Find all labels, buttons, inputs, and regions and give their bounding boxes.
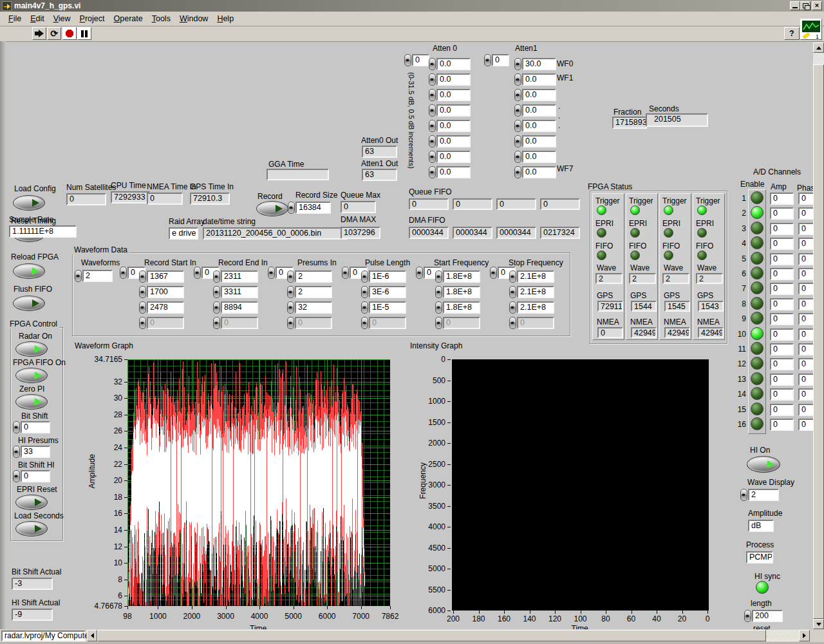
atten1-value-field-4[interactable]: 0.0: [522, 120, 556, 132]
reload-fpga-button[interactable]: [13, 263, 45, 279]
vi-icon[interactable]: 1: [800, 19, 822, 40]
stop-frequency-spinner-0[interactable]: [509, 270, 516, 283]
atten0-value-field-6[interactable]: 0.0: [436, 151, 471, 163]
zero-pi-button[interactable]: [15, 394, 48, 410]
fpga-fifo-on-button[interactable]: [15, 368, 48, 383]
atten0-value-field-0[interactable]: 0.0: [436, 58, 471, 70]
bit-shift-hi-field[interactable]: 0: [21, 470, 50, 482]
menu-view[interactable]: View: [49, 13, 75, 24]
presums-in-spinner-0[interactable]: [287, 270, 294, 283]
atten0-value-field-5[interactable]: 0.0: [436, 135, 471, 147]
atten0-value-field-7[interactable]: 0.0: [436, 166, 471, 178]
pulse-length-field-2[interactable]: 1E-5: [369, 301, 406, 314]
record-start-in-spinner-2[interactable]: [139, 301, 146, 314]
length-spinner[interactable]: [744, 610, 751, 622]
record-end-in-index-spinner[interactable]: [194, 267, 201, 279]
ad-amp-field-6[interactable]: 0: [770, 268, 794, 280]
record-end-in-spinner-3[interactable]: [213, 317, 220, 329]
ad-amp-field-12[interactable]: 0: [770, 358, 794, 370]
ad-enable-led-11[interactable]: [751, 342, 763, 355]
record-end-in-spinner-1[interactable]: [213, 286, 220, 298]
start-frequency-field-2[interactable]: 1.8E+8: [443, 301, 480, 314]
record-start-in-spinner-0[interactable]: [139, 270, 146, 283]
menu-edit[interactable]: Edit: [26, 13, 49, 24]
abort-button[interactable]: [62, 27, 77, 40]
process-field[interactable]: PCMP: [746, 551, 773, 564]
stop-frequency-spinner-3[interactable]: [509, 317, 516, 329]
start-frequency-field-0[interactable]: 1.8E+8: [443, 270, 480, 283]
ad-amp-field-2[interactable]: 0: [770, 207, 794, 220]
ad-enable-led-5[interactable]: [751, 252, 763, 265]
record-end-in-spinner-2[interactable]: [213, 301, 220, 314]
ad-amp-field-5[interactable]: 0: [770, 253, 794, 265]
start-frequency-field-1[interactable]: 1.8E+8: [443, 286, 480, 298]
stop-frequency-spinner-1[interactable]: [509, 286, 516, 298]
menu-operate[interactable]: Operate: [109, 13, 147, 24]
amplitude-mode-field[interactable]: dB: [748, 520, 774, 532]
atten1-spinner-2[interactable]: [514, 89, 521, 101]
hscroll-left-button[interactable]: [87, 630, 97, 641]
atten0-index-spinner[interactable]: [404, 54, 411, 66]
atten1-spinner-3[interactable]: [514, 104, 521, 117]
stop-frequency-field-1[interactable]: 2.1E+8: [517, 286, 554, 298]
atten1-value-field-2[interactable]: 0.0: [522, 89, 556, 101]
atten1-value-field-6[interactable]: 0.0: [522, 151, 556, 163]
start-frequency-index-spinner[interactable]: [416, 267, 423, 279]
ad-amp-field-7[interactable]: 0: [770, 283, 794, 295]
atten1-value-field-3[interactable]: 0.0: [522, 104, 556, 117]
ad-enable-led-1[interactable]: [751, 191, 763, 204]
atten1-index-field[interactable]: 0: [492, 54, 509, 66]
raid-array-field[interactable]: e drive: [169, 227, 198, 240]
hscroll-thumb[interactable]: [97, 630, 766, 641]
atten1-value-field-1[interactable]: 0.0: [522, 73, 556, 86]
ad-enable-led-3[interactable]: [751, 222, 763, 234]
record-end-in-field-0[interactable]: 2311: [221, 270, 258, 283]
atten1-index-spinner[interactable]: [484, 54, 491, 66]
pulse-length-spinner-2[interactable]: [361, 301, 368, 314]
hi-presums-spinner[interactable]: [13, 446, 20, 458]
ad-amp-field-15[interactable]: 0: [770, 404, 794, 416]
presums-in-index-spinner[interactable]: [268, 267, 275, 279]
atten0-spinner-7[interactable]: [429, 166, 436, 178]
start-frequency-spinner-2[interactable]: [435, 301, 442, 314]
pulse-length-spinner-0[interactable]: [361, 270, 368, 283]
menu-help[interactable]: Help: [212, 13, 238, 24]
atten0-value-field-2[interactable]: 0.0: [436, 89, 471, 101]
atten0-spinner-4[interactable]: [429, 120, 436, 132]
record-button[interactable]: [256, 201, 288, 216]
presums-in-field-2[interactable]: 32: [295, 301, 332, 314]
ad-enable-led-15[interactable]: [751, 402, 763, 415]
vscroll-up-button[interactable]: [813, 43, 824, 53]
record-start-in-field-1[interactable]: 1700: [147, 286, 184, 298]
presums-in-field-0[interactable]: 2: [295, 270, 332, 283]
presums-in-spinner-2[interactable]: [287, 301, 294, 314]
atten1-spinner-1[interactable]: [514, 73, 521, 86]
ad-amp-field-8[interactable]: 0: [770, 298, 794, 310]
menu-file[interactable]: File: [4, 13, 26, 24]
ad-enable-led-13[interactable]: [751, 372, 763, 385]
ad-amp-field-11[interactable]: 0: [770, 343, 794, 355]
atten0-index-field[interactable]: 0: [412, 54, 429, 66]
atten0-spinner-1[interactable]: [429, 73, 436, 86]
stop-frequency-spinner-2[interactable]: [509, 301, 516, 314]
ad-amp-field-4[interactable]: 0: [770, 238, 794, 250]
atten1-spinner-4[interactable]: [514, 120, 521, 132]
waveforms-field[interactable]: 2: [82, 270, 113, 282]
pulse-length-spinner-1[interactable]: [361, 286, 368, 298]
stop-frequency-field-0[interactable]: 2.1E+8: [517, 270, 554, 283]
presums-in-spinner-3[interactable]: [287, 317, 294, 329]
atten0-value-field-4[interactable]: 0.0: [436, 120, 471, 132]
record-end-in-field-2[interactable]: 8894: [221, 301, 258, 314]
record-start-in-spinner-3[interactable]: [139, 317, 146, 329]
waveforms-spinner[interactable]: [75, 270, 82, 282]
menu-tools[interactable]: Tools: [147, 13, 175, 24]
pulse-length-spinner-3[interactable]: [361, 317, 368, 329]
record-start-in-spinner-1[interactable]: [139, 286, 146, 298]
atten1-spinner-7[interactable]: [514, 166, 521, 178]
bit-shift-field[interactable]: 0: [21, 421, 50, 433]
context-help-button[interactable]: ?: [784, 27, 800, 40]
load-seconds-button[interactable]: [15, 521, 48, 536]
length-field[interactable]: 200: [752, 610, 783, 622]
record-start-in-field-0[interactable]: 1367: [147, 270, 184, 283]
start-frequency-spinner-3[interactable]: [435, 317, 442, 329]
